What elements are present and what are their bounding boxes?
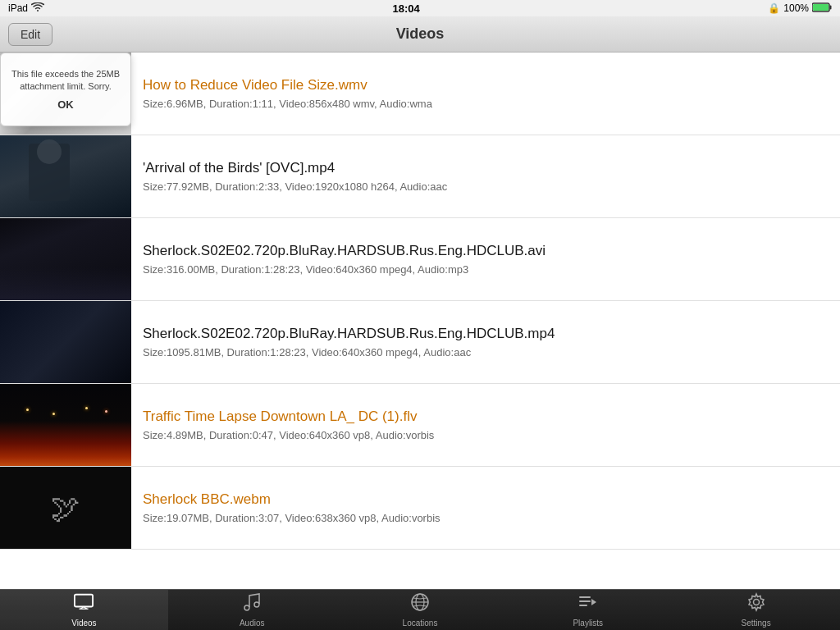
video-info-5: Traffic Time Lapse Downtown LA_ DC (1).f… xyxy=(131,384,840,466)
tab-settings[interactable]: Settings xyxy=(672,590,840,630)
svg-rect-3 xyxy=(75,595,93,607)
video-info-4: Sherlock.S02E02.720p.BluRay.HARDSUB.Rus.… xyxy=(131,301,840,383)
video-item-3[interactable]: Sherlock.S02E02.720p.BluRay.HARDSUB.Rus.… xyxy=(0,218,840,301)
video-title-1: How to Reduce Video File Size.wmv xyxy=(143,77,829,94)
video-title-5: Traffic Time Lapse Downtown LA_ DC (1).f… xyxy=(143,409,829,425)
battery-icon xyxy=(812,2,832,15)
wifi-icon xyxy=(31,2,44,15)
thumbnail-6: 🕊 xyxy=(0,467,131,549)
video-meta-1: Size:6.96MB, Duration:1:11, Video:856x48… xyxy=(143,98,829,110)
tab-bar: Videos Audios Locations xyxy=(0,589,840,630)
status-bar: iPad 18:04 🔒 100% xyxy=(0,0,840,16)
status-time: 18:04 xyxy=(393,2,420,15)
video-info-3: Sherlock.S02E02.720p.BluRay.HARDSUB.Rus.… xyxy=(131,218,840,300)
thumbnail-2 xyxy=(0,135,131,217)
tab-locations[interactable]: Locations xyxy=(336,590,504,630)
tab-locations-label: Locations xyxy=(403,619,438,628)
video-title-6: Sherlock BBC.webm xyxy=(143,491,829,508)
video-meta-3: Size:316.00MB, Duration:1:28:23, Video:6… xyxy=(143,263,829,276)
battery-percent: 100% xyxy=(783,2,809,14)
video-title-3: Sherlock.S02E02.720p.BluRay.HARDSUB.Rus.… xyxy=(143,243,829,259)
tab-audios-label: Audios xyxy=(240,619,265,628)
alert-message: This file exceeds the 25MB attachment li… xyxy=(7,68,124,92)
svg-rect-1 xyxy=(829,5,831,9)
edit-button[interactable]: Edit xyxy=(8,23,52,46)
page-title: Videos xyxy=(396,25,445,43)
video-item-5[interactable]: Traffic Time Lapse Downtown LA_ DC (1).f… xyxy=(0,384,840,467)
video-title-4: Sherlock.S02E02.720p.BluRay.HARDSUB.Rus.… xyxy=(143,326,829,342)
video-item-6[interactable]: 🕊 Sherlock BBC.webm Size:19.07MB, Durati… xyxy=(0,467,840,550)
status-left: iPad xyxy=(8,2,44,15)
video-item-4[interactable]: Sherlock.S02E02.720p.BluRay.HARDSUB.Rus.… xyxy=(0,301,840,384)
video-meta-2: Size:77.92MB, Duration:2:33, Video:1920x… xyxy=(143,180,829,193)
video-info-1: How to Reduce Video File Size.wmv Size:6… xyxy=(131,52,840,135)
alert-ok-button[interactable]: OK xyxy=(57,98,74,111)
lock-icon: 🔒 xyxy=(768,2,780,14)
alert-dialog: This file exceeds the 25MB attachment li… xyxy=(0,52,131,126)
tab-videos[interactable]: Videos xyxy=(0,590,168,630)
video-meta-4: Size:1095.81MB, Duration:1:28:23, Video:… xyxy=(143,346,829,358)
video-title-2: 'Arrival of the Birds' [OVC].mp4 xyxy=(143,160,829,176)
thumbnail-4 xyxy=(0,301,131,383)
svg-marker-11 xyxy=(591,599,596,605)
tab-playlists-label: Playlists xyxy=(573,619,603,628)
tab-settings-label: Settings xyxy=(742,619,771,628)
gear-icon xyxy=(746,592,766,617)
svg-rect-2 xyxy=(813,4,829,11)
tab-audios[interactable]: Audios xyxy=(168,590,336,630)
globe-icon xyxy=(410,592,430,617)
status-right: 🔒 100% xyxy=(768,2,832,15)
svg-point-12 xyxy=(753,600,759,605)
playlist-icon xyxy=(578,592,598,617)
ipad-label: iPad xyxy=(8,2,28,14)
video-meta-5: Size:4.89MB, Duration:0:47, Video:640x36… xyxy=(143,429,829,441)
tv-icon xyxy=(74,592,94,617)
thumbnail-3 xyxy=(0,218,131,300)
video-meta-6: Size:19.07MB, Duration:3:07, Video:638x3… xyxy=(143,512,829,524)
video-item-2[interactable]: 'Arrival of the Birds' [OVC].mp4 Size:77… xyxy=(0,135,840,218)
nav-bar: Edit Videos xyxy=(0,16,840,52)
tab-videos-label: Videos xyxy=(71,619,96,628)
tab-playlists[interactable]: Playlists xyxy=(504,590,672,630)
video-list: This file exceeds the 25MB attachment li… xyxy=(0,52,840,589)
video-info-6: Sherlock BBC.webm Size:19.07MB, Duration… xyxy=(131,467,840,549)
music-icon xyxy=(242,592,262,617)
thumbnail-5 xyxy=(0,384,131,466)
video-info-2: 'Arrival of the Birds' [OVC].mp4 Size:77… xyxy=(131,135,840,217)
